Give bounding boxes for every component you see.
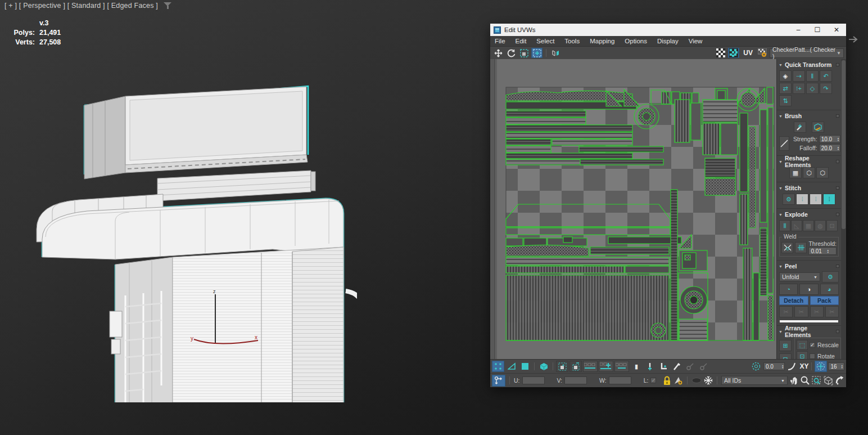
- collapse-triangle-icon[interactable]: ▼: [779, 264, 783, 268]
- pack-button[interactable]: Pack: [810, 296, 839, 305]
- menu-file[interactable]: File: [495, 38, 505, 44]
- brush-falloff-curve-icon[interactable]: [779, 136, 789, 151]
- threshold-spinner[interactable]: 0.01 ▴▾: [808, 247, 837, 255]
- straighten-icon[interactable]: ▦: [789, 167, 802, 178]
- element-mode-icon[interactable]: [537, 361, 550, 372]
- pack-normalize-icon[interactable]: ⊞: [779, 340, 792, 351]
- viewport-label[interactable]: [ + ] [ Perspective ] [ Standard ] [ Edg…: [4, 2, 172, 10]
- show-map-icon[interactable]: [715, 48, 726, 58]
- menu-select[interactable]: Select: [536, 38, 554, 44]
- quick-peel-icon[interactable]: ◔: [779, 284, 798, 295]
- grid-value[interactable]: 16: [829, 364, 840, 370]
- u-input[interactable]: [522, 376, 545, 384]
- spinner-arrows-icon[interactable]: ▴▾: [781, 364, 785, 369]
- peel-options-icon[interactable]: ⚙: [822, 271, 839, 282]
- flatten-by-angle-icon[interactable]: ◺: [791, 220, 802, 231]
- tearoff-icon[interactable]: [836, 160, 839, 163]
- falloff-value[interactable]: 20.0: [820, 145, 837, 151]
- soft-selection-icon[interactable]: [750, 361, 762, 372]
- zoom-tool-icon[interactable]: [801, 376, 810, 385]
- pivot-mode-icon[interactable]: ◈: [779, 70, 792, 82]
- section-header-explode[interactable]: ▼ Explode: [777, 210, 841, 219]
- stitch-average-icon[interactable]: ⫶: [810, 194, 822, 205]
- space-horizontal-icon[interactable]: ⇄: [779, 83, 792, 94]
- close-button[interactable]: ✕: [827, 24, 846, 36]
- edge-mode-icon[interactable]: [505, 361, 518, 372]
- section-header-arrange[interactable]: ▼ Arrange Elements: [777, 327, 841, 336]
- uv-layout[interactable]: [496, 59, 776, 359]
- section-header-brush[interactable]: ▼ Brush: [777, 111, 841, 120]
- zoom-region-tool-icon[interactable]: [812, 376, 821, 385]
- section-header-quick-transform[interactable]: ▼ Quick Transform: [777, 60, 841, 69]
- v-input[interactable]: [564, 376, 587, 384]
- viewport-side-arrow-icon[interactable]: [848, 36, 860, 43]
- grow-selection-icon[interactable]: [556, 361, 568, 372]
- seams-from-edges-icon[interactable]: ✂: [810, 306, 824, 317]
- collapse-triangle-icon[interactable]: ▼: [779, 186, 783, 190]
- threshold-value[interactable]: 0.01: [809, 248, 826, 254]
- soft-selection-value[interactable]: 0.0: [764, 364, 781, 370]
- stitch-custom-icon[interactable]: ⚙: [783, 194, 795, 205]
- lock-selection-icon[interactable]: [663, 376, 671, 385]
- canvas-left-gutter[interactable]: [490, 59, 495, 359]
- weld-all-icon[interactable]: [795, 242, 807, 253]
- menu-edit[interactable]: Edit: [516, 38, 527, 44]
- rotate-checkbox[interactable]: Rotate: [810, 353, 835, 359]
- lock-aspect-checkbox[interactable]: ✓: [650, 378, 656, 383]
- move-brush-icon[interactable]: [794, 122, 806, 133]
- hide-selected-icon[interactable]: [691, 378, 702, 383]
- peel-mode-icon[interactable]: ◑: [799, 284, 818, 295]
- pan-tool-icon[interactable]: [790, 376, 798, 385]
- relax-icon[interactable]: ⬡: [816, 167, 829, 178]
- tearoff-icon[interactable]: [836, 63, 839, 66]
- rotate-ccw-icon[interactable]: ↶: [820, 70, 832, 82]
- menu-mapping[interactable]: Mapping: [590, 38, 614, 44]
- viewport-label-text[interactable]: [ + ] [ Perspective ] [ Standard ] [ Edg…: [4, 2, 158, 10]
- falloff-spinner[interactable]: 20.0 ▴▾: [819, 144, 841, 152]
- freeze-selected-icon[interactable]: [704, 376, 713, 385]
- rotate-tool-icon[interactable]: [505, 48, 517, 58]
- stitch-source-icon[interactable]: ⫶: [796, 194, 808, 205]
- spinner-arrows-icon[interactable]: ▴▾: [837, 146, 840, 150]
- linear-align-icon[interactable]: ◇: [806, 83, 819, 94]
- uv-editor-canvas[interactable]: [490, 59, 776, 359]
- tearoff-icon[interactable]: [836, 264, 839, 268]
- filter-selected-faces-icon[interactable]: [673, 376, 683, 385]
- edit-seams-icon[interactable]: ✂: [779, 306, 793, 317]
- zoom-extents-icon[interactable]: [824, 376, 833, 385]
- align-vertical-icon[interactable]: ⦀: [806, 70, 819, 82]
- menu-view[interactable]: View: [689, 38, 703, 44]
- transform-gizmo-icon[interactable]: [815, 361, 827, 372]
- move-tool-icon[interactable]: [492, 48, 504, 58]
- relax-brush-icon[interactable]: [812, 122, 824, 133]
- align-element-icon[interactable]: ⁝+: [793, 83, 805, 94]
- peel-reset-icon[interactable]: ◕: [820, 284, 839, 295]
- flatten-by-material-icon[interactable]: ◍: [815, 220, 826, 231]
- pack-full-icon[interactable]: ⊡: [797, 351, 808, 359]
- flatten-by-smoothing-icon[interactable]: ⫴: [779, 220, 790, 231]
- checkbox-unchecked-icon[interactable]: [810, 353, 815, 359]
- detach-button[interactable]: Detach: [779, 296, 808, 305]
- checker-tiling-icon[interactable]: [728, 48, 739, 58]
- tearoff-icon[interactable]: [836, 114, 839, 118]
- section-header-reshape[interactable]: ▼ Reshape Elements: [777, 157, 841, 166]
- tearoff-icon[interactable]: [836, 330, 839, 333]
- minimize-button[interactable]: –: [789, 24, 808, 36]
- w-input[interactable]: [609, 376, 631, 384]
- weld-selected-icon[interactable]: [781, 242, 793, 253]
- paint-select-grow-icon[interactable]: [684, 361, 697, 372]
- section-header-stitch[interactable]: ▼ Stitch: [777, 183, 841, 192]
- falloff-curve-icon[interactable]: [786, 361, 798, 372]
- align-to-edge-icon[interactable]: [644, 361, 656, 372]
- align-horizontal-icon[interactable]: ⇢: [793, 70, 805, 82]
- scale-tool-icon[interactable]: [518, 48, 530, 58]
- freeform-mode-icon[interactable]: [531, 48, 542, 58]
- flatten-custom-icon[interactable]: ⊡: [826, 220, 838, 231]
- pack-rescale-icon[interactable]: ⊟: [779, 353, 792, 359]
- spinner-arrows-icon[interactable]: ▴▾: [837, 137, 840, 141]
- checkbox-checked-icon[interactable]: ✓: [810, 342, 815, 348]
- paint-select-icon[interactable]: [671, 361, 683, 372]
- filter-funnel-icon[interactable]: [164, 2, 172, 10]
- tearoff-icon[interactable]: [836, 186, 839, 190]
- material-id-dropdown[interactable]: All IDs ▼: [721, 376, 788, 385]
